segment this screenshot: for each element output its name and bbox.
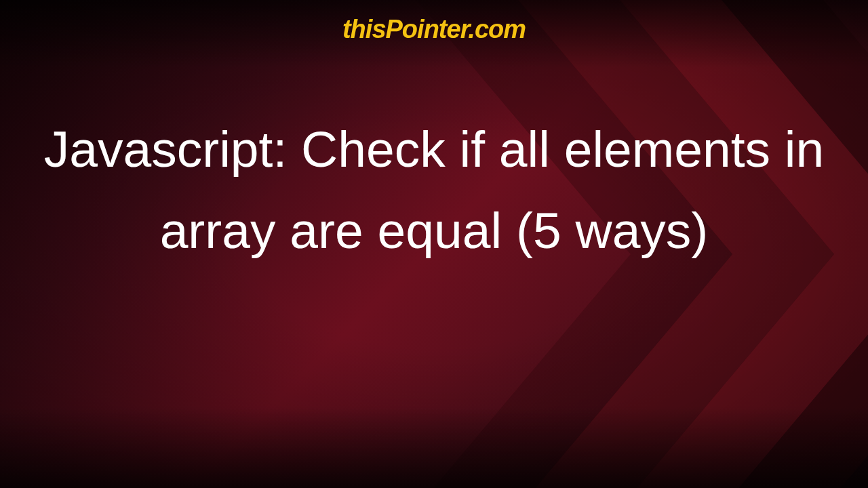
content-container: thisPointer.com Javascript: Check if all… [0,0,868,488]
site-logo: thisPointer.com [342,15,526,44]
article-title: Javascript: Check if all elements in arr… [0,108,868,271]
